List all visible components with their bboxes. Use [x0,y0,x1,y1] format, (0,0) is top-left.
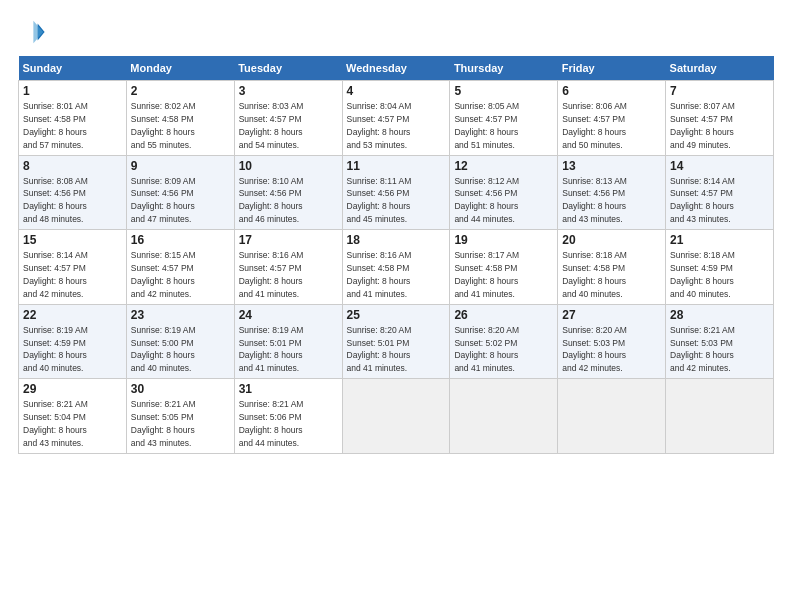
calendar-day-28: 28Sunrise: 8:21 AMSunset: 5:03 PMDayligh… [666,304,774,379]
day-detail: Sunrise: 8:11 AMSunset: 4:56 PMDaylight:… [347,176,412,225]
day-number: 28 [670,308,769,322]
calendar-day-26: 26Sunrise: 8:20 AMSunset: 5:02 PMDayligh… [450,304,558,379]
calendar-day-30: 30Sunrise: 8:21 AMSunset: 5:05 PMDayligh… [126,379,234,454]
calendar-day-3: 3Sunrise: 8:03 AMSunset: 4:57 PMDaylight… [234,81,342,156]
day-detail: Sunrise: 8:05 AMSunset: 4:57 PMDaylight:… [454,101,519,150]
day-detail: Sunrise: 8:14 AMSunset: 4:57 PMDaylight:… [23,250,88,299]
logo [18,18,50,46]
day-number: 19 [454,233,553,247]
day-number: 4 [347,84,446,98]
calendar-day-5: 5Sunrise: 8:05 AMSunset: 4:57 PMDaylight… [450,81,558,156]
day-header-tuesday: Tuesday [234,56,342,81]
calendar-day-21: 21Sunrise: 8:18 AMSunset: 4:59 PMDayligh… [666,230,774,305]
day-detail: Sunrise: 8:20 AMSunset: 5:02 PMDaylight:… [454,325,519,374]
day-detail: Sunrise: 8:17 AMSunset: 4:58 PMDaylight:… [454,250,519,299]
calendar-day-empty [342,379,450,454]
calendar-day-16: 16Sunrise: 8:15 AMSunset: 4:57 PMDayligh… [126,230,234,305]
calendar-day-empty [558,379,666,454]
calendar-day-29: 29Sunrise: 8:21 AMSunset: 5:04 PMDayligh… [19,379,127,454]
calendar-day-1: 1Sunrise: 8:01 AMSunset: 4:58 PMDaylight… [19,81,127,156]
calendar-day-20: 20Sunrise: 8:18 AMSunset: 4:58 PMDayligh… [558,230,666,305]
day-number: 10 [239,159,338,173]
day-detail: Sunrise: 8:15 AMSunset: 4:57 PMDaylight:… [131,250,196,299]
week-row-4: 29Sunrise: 8:21 AMSunset: 5:04 PMDayligh… [19,379,774,454]
day-detail: Sunrise: 8:19 AMSunset: 5:01 PMDaylight:… [239,325,304,374]
day-number: 1 [23,84,122,98]
day-header-sunday: Sunday [19,56,127,81]
calendar-day-8: 8Sunrise: 8:08 AMSunset: 4:56 PMDaylight… [19,155,127,230]
day-number: 22 [23,308,122,322]
day-number: 18 [347,233,446,247]
day-number: 27 [562,308,661,322]
day-number: 16 [131,233,230,247]
day-detail: Sunrise: 8:12 AMSunset: 4:56 PMDaylight:… [454,176,519,225]
svg-marker-1 [33,21,43,43]
calendar-day-27: 27Sunrise: 8:20 AMSunset: 5:03 PMDayligh… [558,304,666,379]
day-number: 25 [347,308,446,322]
page: SundayMondayTuesdayWednesdayThursdayFrid… [0,0,792,464]
day-number: 5 [454,84,553,98]
day-detail: Sunrise: 8:20 AMSunset: 5:03 PMDaylight:… [562,325,627,374]
day-number: 15 [23,233,122,247]
week-row-0: 1Sunrise: 8:01 AMSunset: 4:58 PMDaylight… [19,81,774,156]
calendar-day-empty [666,379,774,454]
day-detail: Sunrise: 8:18 AMSunset: 4:58 PMDaylight:… [562,250,627,299]
day-detail: Sunrise: 8:20 AMSunset: 5:01 PMDaylight:… [347,325,412,374]
day-number: 12 [454,159,553,173]
day-number: 6 [562,84,661,98]
day-detail: Sunrise: 8:01 AMSunset: 4:58 PMDaylight:… [23,101,88,150]
header-row: SundayMondayTuesdayWednesdayThursdayFrid… [19,56,774,81]
day-number: 24 [239,308,338,322]
day-detail: Sunrise: 8:21 AMSunset: 5:05 PMDaylight:… [131,399,196,448]
day-detail: Sunrise: 8:19 AMSunset: 5:00 PMDaylight:… [131,325,196,374]
day-detail: Sunrise: 8:19 AMSunset: 4:59 PMDaylight:… [23,325,88,374]
day-detail: Sunrise: 8:16 AMSunset: 4:57 PMDaylight:… [239,250,304,299]
day-number: 11 [347,159,446,173]
day-number: 26 [454,308,553,322]
day-detail: Sunrise: 8:09 AMSunset: 4:56 PMDaylight:… [131,176,196,225]
day-detail: Sunrise: 8:07 AMSunset: 4:57 PMDaylight:… [670,101,735,150]
day-number: 2 [131,84,230,98]
calendar-day-23: 23Sunrise: 8:19 AMSunset: 5:00 PMDayligh… [126,304,234,379]
day-number: 23 [131,308,230,322]
week-row-3: 22Sunrise: 8:19 AMSunset: 4:59 PMDayligh… [19,304,774,379]
day-number: 8 [23,159,122,173]
day-detail: Sunrise: 8:16 AMSunset: 4:58 PMDaylight:… [347,250,412,299]
day-number: 21 [670,233,769,247]
calendar-day-9: 9Sunrise: 8:09 AMSunset: 4:56 PMDaylight… [126,155,234,230]
calendar-day-6: 6Sunrise: 8:06 AMSunset: 4:57 PMDaylight… [558,81,666,156]
day-number: 30 [131,382,230,396]
day-number: 29 [23,382,122,396]
day-header-friday: Friday [558,56,666,81]
calendar-day-24: 24Sunrise: 8:19 AMSunset: 5:01 PMDayligh… [234,304,342,379]
day-detail: Sunrise: 8:08 AMSunset: 4:56 PMDaylight:… [23,176,88,225]
calendar-table: SundayMondayTuesdayWednesdayThursdayFrid… [18,56,774,454]
calendar-day-2: 2Sunrise: 8:02 AMSunset: 4:58 PMDaylight… [126,81,234,156]
week-row-2: 15Sunrise: 8:14 AMSunset: 4:57 PMDayligh… [19,230,774,305]
day-detail: Sunrise: 8:14 AMSunset: 4:57 PMDaylight:… [670,176,735,225]
logo-icon [18,18,46,46]
calendar-day-31: 31Sunrise: 8:21 AMSunset: 5:06 PMDayligh… [234,379,342,454]
calendar-day-25: 25Sunrise: 8:20 AMSunset: 5:01 PMDayligh… [342,304,450,379]
calendar-day-22: 22Sunrise: 8:19 AMSunset: 4:59 PMDayligh… [19,304,127,379]
day-header-monday: Monday [126,56,234,81]
calendar-day-12: 12Sunrise: 8:12 AMSunset: 4:56 PMDayligh… [450,155,558,230]
calendar-day-10: 10Sunrise: 8:10 AMSunset: 4:56 PMDayligh… [234,155,342,230]
day-header-thursday: Thursday [450,56,558,81]
calendar-day-15: 15Sunrise: 8:14 AMSunset: 4:57 PMDayligh… [19,230,127,305]
day-number: 13 [562,159,661,173]
day-detail: Sunrise: 8:03 AMSunset: 4:57 PMDaylight:… [239,101,304,150]
day-number: 17 [239,233,338,247]
day-header-saturday: Saturday [666,56,774,81]
day-number: 3 [239,84,338,98]
calendar-day-18: 18Sunrise: 8:16 AMSunset: 4:58 PMDayligh… [342,230,450,305]
day-detail: Sunrise: 8:21 AMSunset: 5:03 PMDaylight:… [670,325,735,374]
day-detail: Sunrise: 8:21 AMSunset: 5:06 PMDaylight:… [239,399,304,448]
day-number: 20 [562,233,661,247]
calendar-day-4: 4Sunrise: 8:04 AMSunset: 4:57 PMDaylight… [342,81,450,156]
calendar-day-7: 7Sunrise: 8:07 AMSunset: 4:57 PMDaylight… [666,81,774,156]
day-number: 9 [131,159,230,173]
calendar-day-19: 19Sunrise: 8:17 AMSunset: 4:58 PMDayligh… [450,230,558,305]
calendar-day-17: 17Sunrise: 8:16 AMSunset: 4:57 PMDayligh… [234,230,342,305]
day-number: 31 [239,382,338,396]
